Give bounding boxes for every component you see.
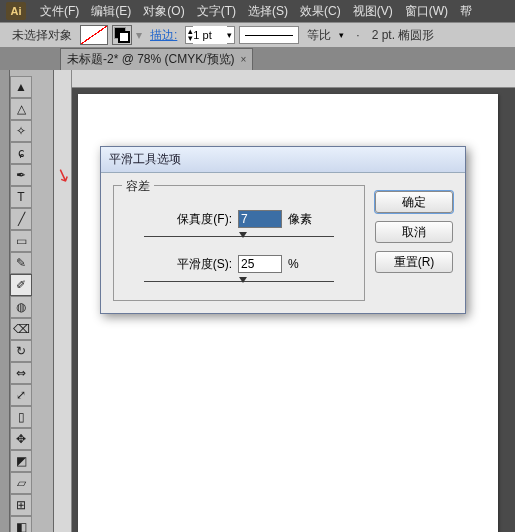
dialog-title: 平滑工具选项 xyxy=(109,151,181,168)
document-tab-bar: 未标题-2* @ 78% (CMYK/预览) × xyxy=(0,48,515,70)
tool-blob[interactable]: ◍ xyxy=(10,296,32,318)
tool-mesh[interactable]: ⊞ xyxy=(10,494,32,516)
tool-shape-builder[interactable]: ◩ xyxy=(10,450,32,472)
smoothness-input[interactable] xyxy=(238,255,282,273)
shape-info: 2 pt. 椭圆形 xyxy=(368,27,439,44)
smoothness-slider[interactable] xyxy=(144,281,334,282)
tool-paintbrush[interactable]: ✎ xyxy=(10,252,32,274)
fidelity-input[interactable] xyxy=(238,210,282,228)
stroke-style-preview[interactable] xyxy=(239,26,299,44)
stroke-label[interactable]: 描边: xyxy=(146,27,181,44)
document-tab[interactable]: 未标题-2* @ 78% (CMYK/预览) × xyxy=(60,48,253,70)
tool-reflect[interactable]: ⇔ xyxy=(10,362,32,384)
menu-help[interactable]: 帮 xyxy=(454,3,478,20)
tool-perspective[interactable]: ▱ xyxy=(10,472,32,494)
ok-button[interactable]: 确定 xyxy=(375,191,453,213)
menu-file[interactable]: 文件(F) xyxy=(34,3,85,20)
tool-smooth[interactable]: ✐ xyxy=(10,274,32,296)
fill-none-swatch[interactable] xyxy=(80,25,108,45)
menu-object[interactable]: 对象(O) xyxy=(137,3,190,20)
ruler-horizontal[interactable] xyxy=(72,70,515,88)
options-bar: 未选择对象 ▾ 描边: ▴▾ ▾ 等比▾ · 2 pt. 椭圆形 xyxy=(0,22,515,48)
cancel-button[interactable]: 取消 xyxy=(375,221,453,243)
smoothness-unit: % xyxy=(288,257,318,271)
tolerance-legend: 容差 xyxy=(122,178,154,195)
smooth-tool-options-dialog: 平滑工具选项 容差 保真度(F): 像素 平滑度(S): % 确定 取消 重置(… xyxy=(100,146,466,314)
tool-gradient[interactable]: ◧ xyxy=(10,516,32,532)
fidelity-unit: 像素 xyxy=(288,211,318,228)
tool-rotate[interactable]: ↻ xyxy=(10,340,32,362)
app-logo: Ai xyxy=(6,2,26,20)
tool-scale[interactable]: ⤢ xyxy=(10,384,32,406)
dialog-titlebar[interactable]: 平滑工具选项 xyxy=(101,147,465,173)
document-tab-title: 未标题-2* @ 78% (CMYK/预览) xyxy=(67,51,235,68)
menu-edit[interactable]: 编辑(E) xyxy=(85,3,137,20)
tool-pen[interactable]: ✒ xyxy=(10,164,32,186)
proportion-label[interactable]: 等比 xyxy=(303,27,335,44)
menu-view[interactable]: 视图(V) xyxy=(347,3,399,20)
tool-magic-wand[interactable]: ✧ xyxy=(10,120,32,142)
tool-rectangle[interactable]: ▭ xyxy=(10,230,32,252)
tool-line[interactable]: ╱ xyxy=(10,208,32,230)
reset-button[interactable]: 重置(R) xyxy=(375,251,453,273)
tool-eraser[interactable]: ⌫ xyxy=(10,318,32,340)
tool-free-transform[interactable]: ✥ xyxy=(10,428,32,450)
toolbox: ▲ △ ✧ ɕ ✒ T ╱ ▭ ✎ ✐ ◍ ⌫ ↻ ⇔ ⤢ ▯ ✥ ◩ ▱ ⊞ … xyxy=(10,70,54,532)
tool-direct-select[interactable]: △ xyxy=(10,98,32,120)
menu-type[interactable]: 文字(T) xyxy=(191,3,242,20)
fidelity-slider[interactable] xyxy=(144,236,334,237)
menu-effect[interactable]: 效果(C) xyxy=(294,3,347,20)
ruler-vertical[interactable] xyxy=(54,70,72,532)
panel-dock-strip xyxy=(0,70,10,532)
tolerance-group: 容差 保真度(F): 像素 平滑度(S): % xyxy=(113,185,365,301)
menu-bar: Ai 文件(F) 编辑(E) 对象(O) 文字(T) 选择(S) 效果(C) 视… xyxy=(0,0,515,22)
tool-selection[interactable]: ▲ xyxy=(10,76,32,98)
tool-type[interactable]: T xyxy=(10,186,32,208)
fidelity-label: 保真度(F): xyxy=(160,211,232,228)
menu-select[interactable]: 选择(S) xyxy=(242,3,294,20)
close-icon[interactable]: × xyxy=(241,54,247,65)
smoothness-label: 平滑度(S): xyxy=(160,256,232,273)
tool-width[interactable]: ▯ xyxy=(10,406,32,428)
fill-stroke-swatch[interactable] xyxy=(112,25,132,45)
menu-window[interactable]: 窗口(W) xyxy=(399,3,454,20)
stroke-weight-input[interactable] xyxy=(193,26,227,44)
tool-lasso[interactable]: ɕ xyxy=(10,142,32,164)
no-selection-label: 未选择对象 xyxy=(8,27,76,44)
